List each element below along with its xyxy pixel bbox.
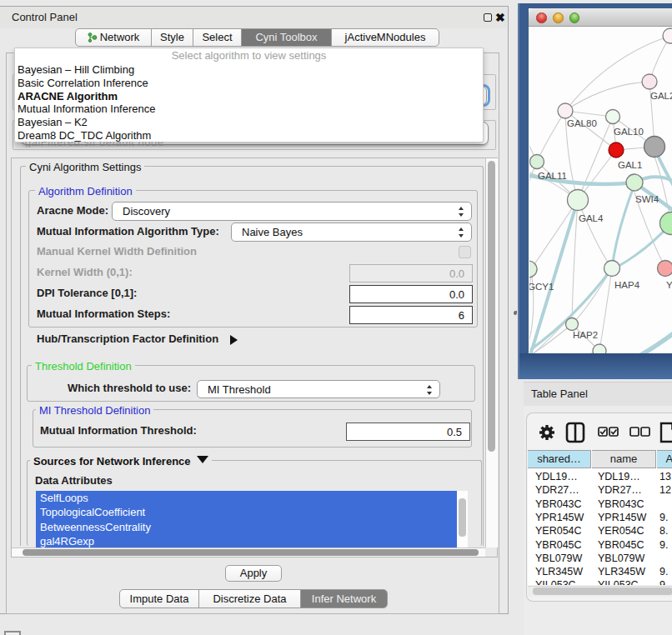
svg-text:GAL2: GAL2	[650, 91, 672, 101]
svg-text:GAL80: GAL80	[567, 118, 597, 128]
svg-text:GAL4: GAL4	[579, 213, 604, 223]
svg-text:HAP4: HAP4	[614, 280, 640, 290]
svg-text:Y: Y	[666, 280, 672, 290]
svg-text:GAL10: GAL10	[614, 127, 644, 137]
svg-text:GAL11: GAL11	[538, 171, 567, 181]
svg-text:HAP2: HAP2	[573, 330, 598, 340]
svg-text:GAL1: GAL1	[618, 160, 642, 170]
svg-text:SWI4: SWI4	[635, 194, 659, 204]
svg-text:GCY1: GCY1	[529, 282, 554, 292]
